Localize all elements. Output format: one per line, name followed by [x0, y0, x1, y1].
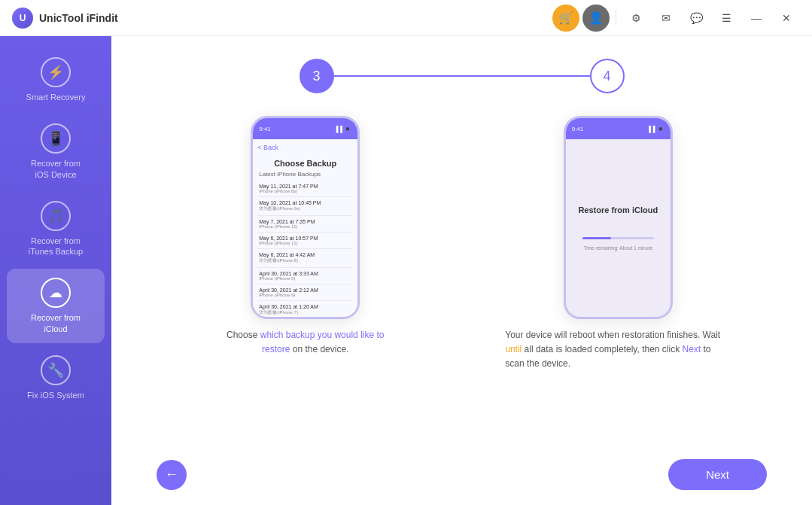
backup-device: 华为图像(iPhone 8): [259, 257, 351, 264]
close-button[interactable]: ✕: [773, 5, 800, 32]
left-phone-topbar: 9:41 ▐▐ ◾: [253, 118, 357, 139]
logo-icon: U: [12, 8, 33, 29]
step-line: [334, 75, 590, 77]
left-phone-signal: ▐▐ ◾: [334, 126, 352, 132]
backup-date: May 7, 2021 at 7:35 PM: [259, 219, 351, 224]
phone-icon: 📱: [41, 123, 71, 154]
user-icon[interactable]: 👤: [582, 5, 610, 32]
right-phone-signal: ▐▐ ◾: [646, 126, 665, 132]
right-phone-topbar: 9:41 ▐▐ ◾: [566, 118, 671, 139]
backup-device: 华为图像(iPhone 9s): [259, 205, 351, 212]
wrench-icon: 🔧: [41, 355, 71, 385]
music-icon: 🎵: [41, 201, 71, 231]
lightning-icon: ⚡: [41, 57, 71, 87]
backup-device: 华为图像(iPhone 7): [259, 309, 351, 316]
backup-date: May 6, 2021 at 10:57 PM: [259, 236, 351, 241]
list-item: April 30, 2021 at 2:12 AM iPhone (iPhone…: [257, 284, 353, 301]
sidebar-item-recover-ios[interactable]: 📱 Recover fromiOS Device: [7, 114, 105, 189]
back-button[interactable]: ←: [157, 460, 187, 490]
step-3-circle: 3: [300, 59, 334, 93]
list-item: May 7, 2021 at 7:35 PM iPhone (iPhone 11…: [257, 216, 353, 233]
backup-device: iPhone (iPhone 5): [259, 276, 351, 281]
titlebar-actions: 🛒 👤 ⚙ ✉ 💬 ☰ — ✕: [552, 5, 800, 32]
main-content: 3 4 9:41 ▐▐ ◾ < Back Choose Backup: [111, 36, 812, 505]
sidebar-item-fix-ios[interactable]: 🔧 Fix iOS System: [7, 346, 105, 409]
titlebar: U UnicTool iFindit 🛒 👤 ⚙ ✉ 💬 ☰ — ✕: [0, 0, 812, 36]
app-name: UnicTool iFindit: [39, 12, 118, 24]
sidebar: ⚡ Smart Recovery 📱 Recover fromiOS Devic…: [0, 36, 111, 505]
phone-backup-subtitle: Latest iPhone Backups: [253, 171, 357, 181]
phone-back-btn: < Back: [253, 141, 357, 154]
backup-device: iPhone (iPhone 8s): [259, 189, 351, 193]
progress-bar-container: [582, 237, 654, 239]
backup-device: iPhone (iPhone 9): [259, 293, 351, 297]
restore-from-icloud-title: Restore from iCloud: [578, 205, 658, 214]
right-phone-section: 9:41 ▐▐ ◾ Restore from iCloud Time remai…: [470, 116, 768, 372]
mail-icon[interactable]: ✉: [652, 5, 680, 32]
right-phone-body: Restore from iCloud Time remaining: Abou…: [566, 139, 671, 317]
list-item: May 10, 2021 at 10:45 PM 华为图像(iPhone 9s): [257, 197, 353, 216]
sidebar-item-smart-recovery[interactable]: ⚡ Smart Recovery: [7, 48, 105, 111]
right-phone-time: 9:41: [572, 126, 584, 132]
right-description: Your device will reboot when restoration…: [505, 328, 731, 372]
left-phone-time: 9:41: [259, 126, 271, 132]
backup-date: April 30, 2021 at 3:33 AM: [259, 271, 351, 276]
sidebar-item-recover-icloud[interactable]: ☁ Recover fromiCloud: [7, 269, 105, 343]
left-description: Choose which backup you would like to re…: [223, 328, 388, 357]
backup-device: iPhone (iPhone 11): [259, 224, 351, 229]
back-arrow-icon: ←: [165, 467, 178, 482]
phones-area: 9:41 ▐▐ ◾ < Back Choose Backup Latest iP…: [157, 116, 767, 447]
sidebar-label-fix-ios: Fix iOS System: [27, 390, 84, 400]
sidebar-label-smart-recovery: Smart Recovery: [26, 92, 86, 102]
left-phone-section: 9:41 ▐▐ ◾ < Back Choose Backup Latest iP…: [157, 116, 455, 357]
left-phone-mockup: 9:41 ▐▐ ◾ < Back Choose Backup Latest iP…: [251, 116, 360, 319]
phone-choose-backup-title: Choose Backup: [253, 154, 357, 171]
progress-bar-bg: [582, 237, 654, 239]
minimize-button[interactable]: —: [743, 5, 770, 32]
shop-icon[interactable]: 🛒: [552, 5, 579, 32]
main-layout: ⚡ Smart Recovery 📱 Recover fromiOS Devic…: [0, 36, 812, 505]
cloud-icon: ☁: [41, 278, 71, 308]
sidebar-label-recover-itunes: Recover fromiTunes Backup: [29, 236, 83, 257]
step-4-circle: 4: [590, 59, 625, 93]
list-item: May 6, 2021 at 4:42 AM 华为图像(iPhone 8): [257, 249, 353, 268]
backup-device: iPhone (iPhone 11): [259, 241, 351, 245]
backup-list: May 11, 2021 at 7:47 PM iPhone (iPhone 8…: [253, 181, 357, 319]
settings-icon[interactable]: ⚙: [622, 5, 649, 32]
backup-date: May 11, 2021 at 7:47 PM: [259, 184, 351, 189]
time-remaining-text: Time remaining: About 1 minute: [583, 245, 652, 251]
sidebar-label-recover-ios: Recover fromiOS Device: [31, 158, 81, 180]
sidebar-label-recover-icloud: Recover fromiCloud: [31, 312, 81, 334]
menu-icon[interactable]: ☰: [713, 5, 740, 32]
right-phone-mockup: 9:41 ▐▐ ◾ Restore from iCloud Time remai…: [564, 116, 673, 319]
sidebar-item-recover-itunes[interactable]: 🎵 Recover fromiTunes Backup: [7, 192, 105, 266]
list-item: May 6, 2021 at 10:57 PM iPhone (iPhone 1…: [257, 233, 353, 249]
next-button[interactable]: Next: [668, 459, 767, 490]
backup-date: April 30, 2021 at 2:12 AM: [259, 287, 351, 293]
backup-date: May 6, 2021 at 4:42 AM: [259, 252, 351, 257]
step-progress: 3 4: [157, 59, 767, 93]
titlebar-divider: [616, 11, 616, 26]
app-logo: U UnicTool iFindit: [12, 8, 118, 29]
chat-icon[interactable]: 💬: [683, 5, 710, 32]
bottom-bar: ← Next: [157, 459, 767, 490]
progress-bar-fill: [582, 237, 611, 239]
backup-date: April 30, 2021 at 1:20 AM: [259, 304, 351, 309]
list-item: April 30, 2021 at 3:33 AM iPhone (iPhone…: [257, 268, 353, 284]
list-item: April 30, 2021 at 1:20 AM 华为图像(iPhone 7): [257, 301, 353, 319]
list-item: May 11, 2021 at 7:47 PM iPhone (iPhone 8…: [257, 181, 353, 197]
backup-date: May 10, 2021 at 10:45 PM: [259, 200, 351, 205]
